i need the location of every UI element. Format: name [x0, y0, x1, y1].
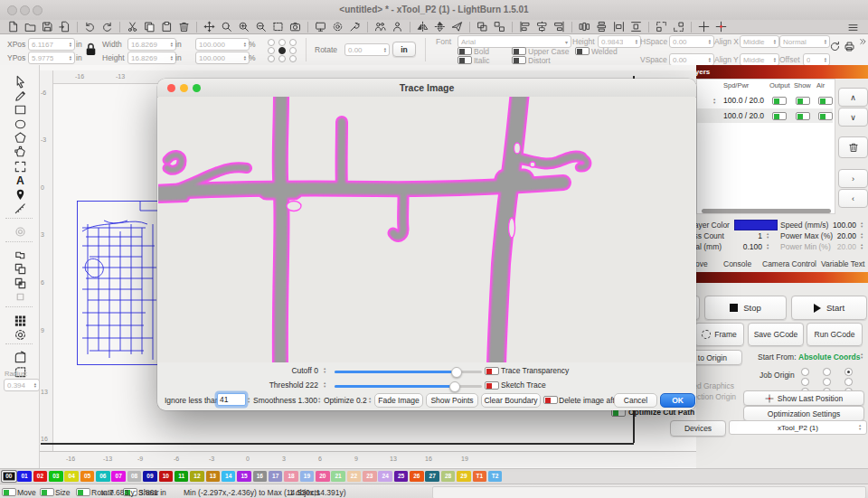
palette-swatch-29[interactable]: 29: [457, 471, 471, 483]
trace-transparency-toggle[interactable]: [485, 367, 499, 375]
show-last-position-button[interactable]: Show Last Position: [743, 390, 864, 406]
align-left-button[interactable]: [516, 20, 533, 33]
status-rotate-toggle[interactable]: [76, 488, 90, 496]
edit-shape-tool[interactable]: [11, 160, 29, 174]
select-tool[interactable]: [11, 75, 29, 89]
layer-air-toggle[interactable]: [818, 97, 833, 105]
palette-swatch-18[interactable]: 18: [284, 471, 298, 483]
anchor-0-2[interactable]: [289, 39, 297, 46]
layer-row[interactable]: 100.0 / 20.0: [697, 108, 833, 123]
palette-swatch-10[interactable]: 10: [159, 471, 174, 483]
zoom-out-button[interactable]: [252, 20, 269, 33]
palette-swatch-27[interactable]: 27: [425, 471, 439, 483]
palette-swatch-19[interactable]: 19: [300, 471, 315, 483]
tools-button[interactable]: [346, 20, 363, 33]
palette-swatch-04[interactable]: 04: [64, 471, 79, 483]
font-select[interactable]: Arial▾: [458, 35, 571, 48]
layer-color-swatch[interactable]: [734, 220, 778, 230]
pass-count-value[interactable]: 1: [737, 231, 762, 240]
copy-button[interactable]: [141, 20, 158, 33]
palette-swatch-16[interactable]: 16: [253, 471, 268, 483]
anchor-2-1[interactable]: [278, 55, 286, 62]
show-points-button[interactable]: Show Points: [426, 393, 478, 408]
clear-boundary-button[interactable]: Clear Boundary: [481, 393, 541, 408]
palette-swatch-09[interactable]: 09: [143, 471, 157, 483]
power-max-value[interactable]: 20.00: [816, 231, 856, 240]
palette-swatch-05[interactable]: 05: [80, 471, 95, 483]
zoom-in-button[interactable]: [235, 20, 252, 33]
height-percent-field[interactable]: 100.000: [195, 52, 250, 64]
palette-swatch-T1[interactable]: T1: [473, 471, 487, 483]
job-origin-1-2[interactable]: [844, 378, 853, 386]
tab-camera-control[interactable]: Camera Control: [762, 259, 816, 268]
save-file-button[interactable]: [39, 20, 56, 33]
layer-show-toggle[interactable]: [796, 97, 810, 105]
ungroup-button[interactable]: [491, 20, 508, 33]
palette-swatch-14[interactable]: 14: [222, 471, 236, 483]
space-horizontal-button[interactable]: [610, 20, 627, 33]
cutoff-slider[interactable]: [335, 371, 482, 373]
welded-toggle[interactable]: [575, 47, 590, 55]
palette-swatch-28[interactable]: 28: [441, 471, 456, 483]
palette-swatch-15[interactable]: 15: [237, 471, 251, 483]
align-x-select[interactable]: Middle: [740, 35, 779, 48]
layer-right-button[interactable]: ›: [838, 169, 868, 188]
interval-value[interactable]: 0.100: [737, 242, 762, 251]
position-laser-tool[interactable]: [11, 188, 29, 202]
redo-button[interactable]: [99, 20, 116, 33]
device-select[interactable]: xTool_P2 (1): [729, 420, 867, 435]
palette-swatch-20[interactable]: 20: [316, 471, 330, 483]
move-to-origin-button[interactable]: [695, 20, 712, 33]
save-gcode-button[interactable]: Save GCode: [748, 323, 804, 346]
layer-left-button[interactable]: ‹: [838, 189, 868, 208]
speed-value[interactable]: 100.00: [816, 221, 856, 230]
anchor-0-1[interactable]: [278, 39, 286, 46]
width-field[interactable]: 16.8269: [127, 38, 176, 51]
anchor-2-0[interactable]: [268, 55, 275, 62]
trace-preview-image[interactable]: [158, 97, 695, 362]
vspace-field[interactable]: 0.00: [669, 53, 714, 66]
anchor-1-2[interactable]: [289, 47, 297, 54]
font-height-field[interactable]: 0.9843: [598, 35, 641, 48]
paste-button[interactable]: [158, 20, 175, 33]
units-button[interactable]: in: [392, 42, 416, 57]
machine-settings-button[interactable]: [329, 20, 346, 33]
palette-swatch-22[interactable]: 22: [347, 471, 362, 483]
offset-shapes-tool[interactable]: [11, 225, 29, 239]
optimization-settings-button[interactable]: Optimization Settings: [743, 406, 864, 421]
start-button[interactable]: Start: [791, 296, 867, 320]
layer-down-button[interactable]: ∨: [838, 108, 868, 127]
job-origin-1-0[interactable]: [801, 378, 809, 386]
palette-swatch-12[interactable]: 12: [190, 471, 204, 483]
layer-output-toggle[interactable]: [772, 97, 787, 105]
cut-shapes-tool[interactable]: [11, 290, 29, 304]
italic-toggle[interactable]: [458, 56, 472, 64]
cut-button[interactable]: [124, 20, 141, 33]
expand-toolbar-button[interactable]: [854, 34, 868, 48]
hspace-field[interactable]: 0.00: [669, 35, 714, 48]
palette-swatch-03[interactable]: 03: [49, 471, 63, 483]
shape-properties-tool[interactable]: [11, 328, 29, 342]
toolbar-menu-button[interactable]: [844, 21, 862, 34]
job-origin-0-0[interactable]: [801, 368, 809, 376]
delete-button[interactable]: [175, 20, 193, 33]
flip-horizontal-button[interactable]: [414, 20, 431, 33]
pan-button[interactable]: [201, 20, 218, 33]
boolean-intersect-tool[interactable]: [11, 277, 29, 290]
status-move-toggle[interactable]: [2, 488, 16, 496]
edit-nodes-tool[interactable]: [11, 146, 29, 159]
palette-swatch-06[interactable]: 06: [96, 471, 110, 483]
xpos-field[interactable]: 6.1167: [28, 38, 75, 51]
frame-selection-button[interactable]: [269, 20, 287, 33]
layer-list-scrollbar[interactable]: [702, 209, 831, 213]
stop-button[interactable]: Stop: [704, 296, 787, 320]
polygon-tool[interactable]: [11, 131, 29, 145]
layer-show-toggle[interactable]: [796, 112, 810, 120]
ignore-less-than-input[interactable]: 41: [217, 393, 246, 406]
ok-button[interactable]: OK: [660, 393, 695, 408]
measure-tool[interactable]: [11, 202, 29, 215]
align-y-select[interactable]: Middle: [740, 53, 779, 66]
distribute-horizontal-button[interactable]: [576, 20, 593, 33]
devices-button[interactable]: Devices: [670, 420, 726, 437]
palette-swatch-02[interactable]: 02: [33, 471, 48, 483]
